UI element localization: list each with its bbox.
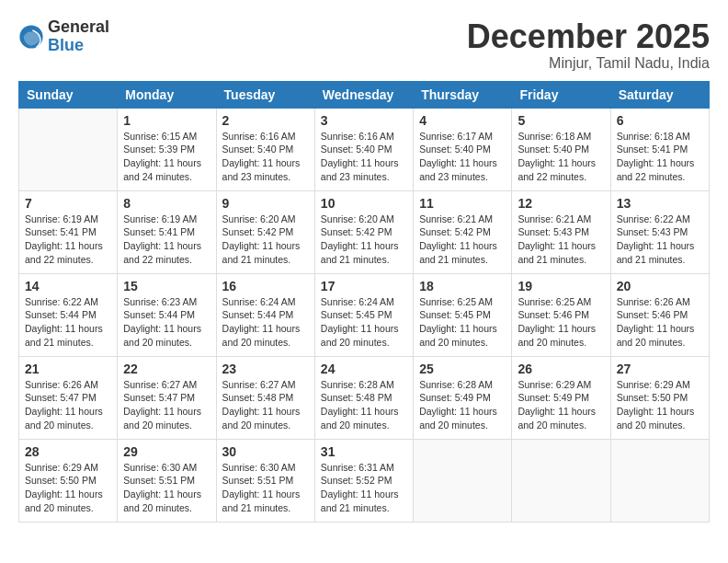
title-area: December 2025 Minjur, Tamil Nadu, India (467, 18, 710, 72)
calendar-week-row: 14Sunrise: 6:22 AM Sunset: 5:44 PM Dayli… (19, 273, 710, 356)
day-number: 2 (222, 113, 309, 128)
day-number: 6 (617, 113, 703, 128)
logo: General Blue (18, 18, 109, 55)
calendar-cell: 27Sunrise: 6:29 AM Sunset: 5:50 PM Dayli… (610, 356, 709, 439)
calendar-week-row: 28Sunrise: 6:29 AM Sunset: 5:50 PM Dayli… (19, 439, 710, 522)
day-info: Sunrise: 6:26 AM Sunset: 5:47 PM Dayligh… (25, 378, 111, 432)
day-number: 8 (123, 196, 210, 211)
location: Minjur, Tamil Nadu, India (467, 55, 710, 72)
day-info: Sunrise: 6:30 AM Sunset: 5:51 PM Dayligh… (222, 461, 309, 515)
logo-blue: Blue (48, 37, 109, 55)
calendar-cell: 18Sunrise: 6:25 AM Sunset: 5:45 PM Dayli… (414, 273, 512, 356)
calendar-cell: 5Sunrise: 6:18 AM Sunset: 5:40 PM Daylig… (512, 108, 610, 190)
day-number: 20 (617, 279, 703, 293)
day-number: 5 (518, 113, 604, 128)
day-info: Sunrise: 6:21 AM Sunset: 5:42 PM Dayligh… (419, 213, 506, 267)
day-info: Sunrise: 6:15 AM Sunset: 5:39 PM Dayligh… (123, 130, 210, 184)
day-number: 10 (321, 196, 407, 211)
calendar-cell: 3Sunrise: 6:16 AM Sunset: 5:40 PM Daylig… (314, 108, 413, 190)
day-info: Sunrise: 6:17 AM Sunset: 5:40 PM Dayligh… (419, 130, 506, 184)
day-info: Sunrise: 6:25 AM Sunset: 5:45 PM Dayligh… (419, 295, 506, 350)
day-info: Sunrise: 6:24 AM Sunset: 5:44 PM Dayligh… (222, 295, 309, 350)
calendar-cell: 11Sunrise: 6:21 AM Sunset: 5:42 PM Dayli… (414, 190, 512, 273)
calendar-cell (512, 439, 610, 522)
day-number: 3 (321, 113, 407, 128)
calendar-cell: 4Sunrise: 6:17 AM Sunset: 5:40 PM Daylig… (414, 108, 512, 190)
logo-icon (18, 24, 44, 50)
day-number: 14 (25, 279, 111, 293)
day-info: Sunrise: 6:30 AM Sunset: 5:51 PM Dayligh… (123, 461, 210, 515)
day-number: 27 (617, 362, 703, 376)
day-info: Sunrise: 6:19 AM Sunset: 5:41 PM Dayligh… (123, 213, 210, 267)
calendar-cell: 31Sunrise: 6:31 AM Sunset: 5:52 PM Dayli… (314, 439, 413, 522)
day-info: Sunrise: 6:22 AM Sunset: 5:43 PM Dayligh… (617, 213, 703, 267)
day-info: Sunrise: 6:27 AM Sunset: 5:48 PM Dayligh… (222, 378, 309, 432)
calendar-week-row: 21Sunrise: 6:26 AM Sunset: 5:47 PM Dayli… (19, 356, 710, 439)
day-info: Sunrise: 6:23 AM Sunset: 5:44 PM Dayligh… (123, 295, 210, 350)
calendar-cell: 29Sunrise: 6:30 AM Sunset: 5:51 PM Dayli… (118, 439, 216, 522)
day-info: Sunrise: 6:29 AM Sunset: 5:49 PM Dayligh… (518, 378, 604, 432)
day-number: 23 (222, 362, 309, 376)
day-number: 15 (123, 279, 210, 293)
day-info: Sunrise: 6:20 AM Sunset: 5:42 PM Dayligh… (222, 213, 309, 267)
day-number: 11 (419, 196, 506, 211)
logo-text: General Blue (48, 18, 109, 55)
calendar-cell: 23Sunrise: 6:27 AM Sunset: 5:48 PM Dayli… (216, 356, 314, 439)
header: General Blue December 2025 Minjur, Tamil… (18, 18, 710, 72)
day-number: 19 (518, 279, 604, 293)
day-number: 18 (419, 279, 506, 293)
day-info: Sunrise: 6:31 AM Sunset: 5:52 PM Dayligh… (321, 461, 407, 515)
day-number: 4 (419, 113, 506, 128)
day-info: Sunrise: 6:29 AM Sunset: 5:50 PM Dayligh… (617, 378, 703, 432)
day-info: Sunrise: 6:24 AM Sunset: 5:45 PM Dayligh… (321, 295, 407, 350)
calendar-cell: 24Sunrise: 6:28 AM Sunset: 5:48 PM Dayli… (314, 356, 413, 439)
day-number: 12 (518, 196, 604, 211)
day-number: 30 (222, 444, 309, 459)
day-info: Sunrise: 6:27 AM Sunset: 5:47 PM Dayligh… (123, 378, 210, 432)
calendar-cell: 6Sunrise: 6:18 AM Sunset: 5:41 PM Daylig… (610, 108, 709, 190)
calendar-cell: 20Sunrise: 6:26 AM Sunset: 5:46 PM Dayli… (610, 273, 709, 356)
day-info: Sunrise: 6:28 AM Sunset: 5:48 PM Dayligh… (321, 378, 407, 432)
calendar-table: SundayMondayTuesdayWednesdayThursdayFrid… (18, 81, 710, 523)
calendar-cell: 22Sunrise: 6:27 AM Sunset: 5:47 PM Dayli… (118, 356, 216, 439)
calendar-cell: 2Sunrise: 6:16 AM Sunset: 5:40 PM Daylig… (216, 108, 314, 190)
day-info: Sunrise: 6:18 AM Sunset: 5:41 PM Dayligh… (617, 130, 703, 184)
day-info: Sunrise: 6:16 AM Sunset: 5:40 PM Dayligh… (222, 130, 309, 184)
day-info: Sunrise: 6:25 AM Sunset: 5:46 PM Dayligh… (518, 295, 604, 350)
day-info: Sunrise: 6:28 AM Sunset: 5:49 PM Dayligh… (419, 378, 506, 432)
day-number: 1 (123, 113, 210, 128)
day-info: Sunrise: 6:18 AM Sunset: 5:40 PM Dayligh… (518, 130, 604, 184)
calendar-cell: 9Sunrise: 6:20 AM Sunset: 5:42 PM Daylig… (216, 190, 314, 273)
calendar-week-row: 7Sunrise: 6:19 AM Sunset: 5:41 PM Daylig… (19, 190, 710, 273)
calendar-cell: 7Sunrise: 6:19 AM Sunset: 5:41 PM Daylig… (19, 190, 118, 273)
day-info: Sunrise: 6:26 AM Sunset: 5:46 PM Dayligh… (617, 295, 703, 350)
month-title: December 2025 (467, 18, 710, 55)
day-number: 13 (617, 196, 703, 211)
day-number: 25 (419, 362, 506, 376)
day-number: 31 (321, 444, 407, 459)
calendar-cell: 21Sunrise: 6:26 AM Sunset: 5:47 PM Dayli… (19, 356, 118, 439)
logo-general: General (48, 18, 109, 37)
day-number: 9 (222, 196, 309, 211)
calendar-cell: 10Sunrise: 6:20 AM Sunset: 5:42 PM Dayli… (314, 190, 413, 273)
calendar-header-friday: Friday (512, 81, 610, 108)
day-number: 17 (321, 279, 407, 293)
day-number: 7 (25, 196, 111, 211)
calendar-header-monday: Monday (118, 81, 216, 108)
day-info: Sunrise: 6:29 AM Sunset: 5:50 PM Dayligh… (25, 461, 111, 515)
calendar-cell: 30Sunrise: 6:30 AM Sunset: 5:51 PM Dayli… (216, 439, 314, 522)
calendar-week-row: 1Sunrise: 6:15 AM Sunset: 5:39 PM Daylig… (19, 108, 710, 190)
calendar-header-thursday: Thursday (414, 81, 512, 108)
calendar-cell: 14Sunrise: 6:22 AM Sunset: 5:44 PM Dayli… (19, 273, 118, 356)
calendar-cell: 17Sunrise: 6:24 AM Sunset: 5:45 PM Dayli… (314, 273, 413, 356)
calendar-header-sunday: Sunday (19, 81, 118, 108)
calendar-cell (610, 439, 709, 522)
calendar-cell: 1Sunrise: 6:15 AM Sunset: 5:39 PM Daylig… (118, 108, 216, 190)
day-number: 24 (321, 362, 407, 376)
day-info: Sunrise: 6:21 AM Sunset: 5:43 PM Dayligh… (518, 213, 604, 267)
calendar-cell: 15Sunrise: 6:23 AM Sunset: 5:44 PM Dayli… (118, 273, 216, 356)
calendar-cell: 8Sunrise: 6:19 AM Sunset: 5:41 PM Daylig… (118, 190, 216, 273)
day-number: 29 (123, 444, 210, 459)
calendar-cell: 19Sunrise: 6:25 AM Sunset: 5:46 PM Dayli… (512, 273, 610, 356)
day-info: Sunrise: 6:16 AM Sunset: 5:40 PM Dayligh… (321, 130, 407, 184)
